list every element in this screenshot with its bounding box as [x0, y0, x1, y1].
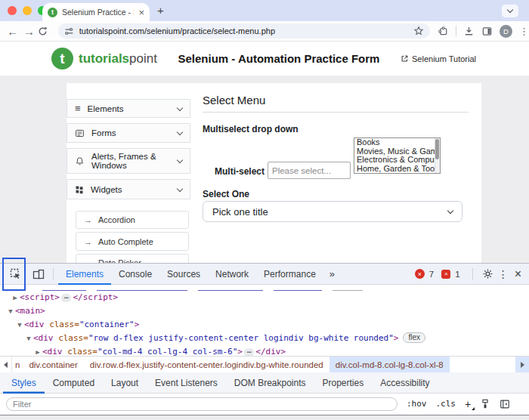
chevron-down-icon — [447, 207, 453, 213]
devtools-tab-performance[interactable]: Performance — [256, 264, 323, 285]
dom-row-container[interactable]: ▼<div class="container"> — [0, 318, 529, 332]
selenium-tutorial-link[interactable]: Selenium Tutorial — [401, 54, 476, 63]
devtools-tab-elements[interactable]: Elements — [58, 264, 111, 285]
new-tab-button[interactable]: + — [157, 4, 164, 17]
sidebar-subitem-date-picker[interactable]: → Date Picker — [76, 254, 189, 263]
hamburger-icon: ≡ — [75, 103, 81, 114]
chevron-down-icon — [177, 129, 183, 135]
tab-layout[interactable]: Layout — [103, 372, 147, 394]
minimize-window-button[interactable] — [23, 6, 32, 15]
dom-row-logindiv[interactable]: ▼<div class="row d-flex justify-content-… — [0, 332, 529, 345]
flex-badge[interactable]: flex — [403, 332, 425, 343]
more-tabs-button[interactable]: » — [323, 268, 341, 279]
breadcrumb-item-clipped[interactable]: n — [12, 357, 23, 372]
close-window-button[interactable] — [8, 6, 17, 15]
sidebar-item-widgets[interactable]: Widgets — [67, 179, 190, 199]
collapse-icon[interactable]: ▼ — [6, 304, 15, 318]
ellipsis-button[interactable]: ⋯ — [244, 348, 254, 357]
browser-menu-button[interactable]: ⋮ — [519, 26, 529, 37]
error-count[interactable]: 7 — [429, 270, 434, 279]
sidebar-item-forms[interactable]: Forms — [67, 123, 190, 143]
styles-filter-input[interactable] — [6, 397, 398, 411]
toggle-class-button[interactable]: .cls — [436, 399, 456, 409]
extensions-icon[interactable] — [438, 26, 449, 37]
chevron-right-icon — [521, 362, 524, 368]
sidebar-subitem-accordion[interactable]: → Accordion — [76, 211, 189, 229]
select-one-dropdown[interactable]: Pick one title — [203, 201, 462, 222]
address-bar[interactable]: tutorialspoint.com/selenium/practice/sel… — [58, 23, 430, 39]
devtools-menu-button[interactable]: ⋮ — [498, 268, 509, 280]
forward-button[interactable]: → — [21, 25, 38, 38]
tab-accessibility[interactable]: Accessibility — [372, 372, 438, 394]
issues-icon[interactable]: × — [441, 270, 450, 279]
tab-close-icon[interactable]: × — [138, 8, 144, 17]
clipped-dom-row — [0, 285, 529, 291]
grid-icon — [75, 185, 84, 194]
listbox-option[interactable]: Books — [354, 138, 440, 147]
listbox-option[interactable]: Home, Garden & Tools — [354, 165, 440, 174]
desktop-background — [0, 415, 529, 420]
sidebar-subitem-auto-complete[interactable]: → Auto Complete — [76, 232, 189, 251]
profile-avatar[interactable]: D — [500, 25, 512, 38]
dom-row-col[interactable]: ▶<div class="col-md-4 col-lg-4 col-sm-6"… — [0, 345, 529, 356]
tab-computed[interactable]: Computed — [45, 372, 103, 394]
new-style-rule-button[interactable]: + — [465, 398, 471, 410]
issue-count[interactable]: 1 — [455, 270, 459, 279]
dom-row-main[interactable]: ▼<main> — [0, 304, 529, 318]
toggle-hover-state-button[interactable]: :hov — [407, 399, 427, 409]
collapse-icon[interactable]: ▼ — [24, 332, 33, 345]
tab-dom-breakpoints[interactable]: DOM Breakpoints — [226, 372, 314, 394]
devtools-tab-network[interactable]: Network — [208, 264, 256, 285]
computed-sidebar-toggle-icon[interactable] — [500, 399, 510, 409]
dom-row-script[interactable]: ▶<script>⋯</script> — [0, 291, 529, 304]
close-devtools-button[interactable]: × — [513, 268, 523, 280]
chevron-left-icon — [4, 362, 8, 368]
sidebar-item-alerts-frames-windows[interactable]: Alerts, Frames & Windows — [67, 148, 190, 174]
scrollbar-thumb[interactable] — [435, 139, 439, 159]
tab-event-listeners[interactable]: Event Listeners — [147, 372, 226, 394]
reload-icon — [37, 26, 48, 37]
listbox-scrollbar[interactable] — [435, 138, 440, 173]
collapse-icon[interactable]: ▼ — [15, 318, 24, 332]
sidebar-label: Alerts, Frames & Windows — [91, 152, 171, 170]
tab-overflow-button[interactable] — [502, 5, 518, 17]
breadcrumb-item-selected[interactable]: div.col-md-8.col-lg-8.col-xl-8 — [329, 357, 450, 372]
devtools-tab-sources[interactable]: Sources — [159, 264, 208, 285]
expand-icon[interactable]: ▶ — [33, 345, 42, 356]
tab-properties[interactable]: Properties — [314, 372, 373, 394]
subitem-label: Accordion — [98, 215, 135, 224]
chevron-down-icon — [507, 7, 513, 13]
browser-tab[interactable]: t Selenium Practice - Select M × — [42, 3, 150, 21]
styles-tab-bar: Styles Computed Layout Event Listeners D… — [0, 372, 529, 394]
multiselect-group-label: Multiselect drop down — [203, 124, 299, 134]
breadcrumb-scroll-left[interactable] — [0, 357, 12, 372]
tab-styles[interactable]: Styles — [3, 372, 45, 394]
multi-select-input[interactable] — [268, 162, 351, 179]
toolbar-divider — [53, 268, 54, 280]
rendering-brush-icon[interactable] — [480, 399, 490, 409]
site-logo[interactable]: t tutorialspoint — [51, 48, 157, 69]
inspect-element-button[interactable] — [6, 268, 26, 280]
expand-icon[interactable]: ▶ — [11, 291, 20, 304]
url-text[interactable]: tutorialspoint.com/selenium/practice/sel… — [79, 26, 408, 36]
back-button[interactable]: ← — [5, 25, 21, 38]
settings-gear-icon[interactable] — [482, 268, 493, 279]
devtools-panel: Elements Console Sources Network Perform… — [0, 263, 529, 420]
sidebar-label: Elements — [88, 104, 171, 113]
console-errors-icon[interactable]: × — [415, 269, 425, 279]
side-panel-icon[interactable] — [481, 26, 493, 37]
tab-title: Selenium Practice - Select M — [62, 8, 134, 17]
breadcrumb-scroll-right[interactable] — [515, 357, 529, 372]
multiselect-listbox[interactable]: Books Movies, Music & Games Electronics … — [354, 137, 441, 174]
chevron-down-icon — [177, 157, 183, 163]
breadcrumb-item-row[interactable]: div.row.d-flex.justify-content-center.lo… — [84, 357, 329, 372]
breadcrumb-item-container[interactable]: div.container — [23, 357, 83, 372]
device-toolbar-button[interactable] — [29, 268, 48, 280]
ellipsis-button[interactable]: ⋯ — [61, 294, 71, 302]
bookmark-star-icon[interactable] — [413, 26, 424, 36]
sidebar-item-elements[interactable]: ≡ Elements — [67, 99, 190, 118]
download-icon[interactable] — [463, 26, 475, 37]
site-settings-icon[interactable] — [64, 26, 74, 36]
devtools-tab-console[interactable]: Console — [111, 264, 159, 285]
reload-button[interactable] — [37, 26, 54, 37]
